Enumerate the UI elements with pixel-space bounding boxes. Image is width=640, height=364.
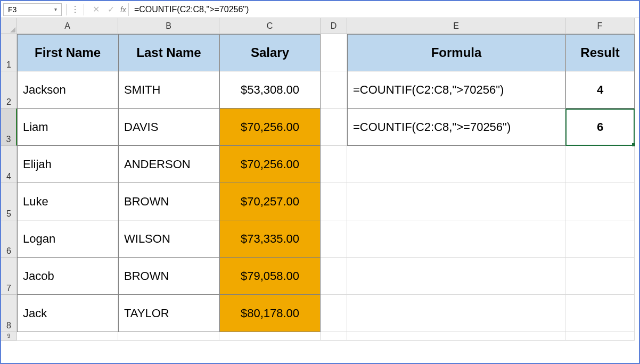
cell-F8[interactable] — [565, 295, 635, 332]
cell-F2[interactable]: 4 — [565, 71, 635, 109]
cell-B3[interactable]: DAVIS — [118, 109, 219, 146]
cell-E9[interactable] — [347, 332, 565, 341]
header-formula[interactable]: Formula — [347, 34, 565, 71]
col-header-F[interactable]: F — [565, 18, 635, 34]
cell-E7[interactable] — [347, 258, 565, 295]
row-header-2[interactable]: 2 — [1, 71, 17, 109]
col-header-C[interactable]: C — [219, 18, 321, 34]
cell-D7[interactable] — [321, 258, 347, 295]
select-all-corner[interactable] — [1, 18, 17, 34]
cell-B8[interactable]: TAYLOR — [118, 295, 219, 332]
header-salary[interactable]: Salary — [219, 34, 321, 71]
separator — [66, 4, 67, 15]
cell-F3[interactable]: 6 — [565, 109, 635, 146]
cell-A6[interactable]: Logan — [17, 220, 118, 258]
cell-B6[interactable]: WILSON — [118, 220, 219, 258]
cell-E4[interactable] — [347, 146, 565, 183]
cell-F7[interactable] — [565, 258, 635, 295]
cell-E6[interactable] — [347, 220, 565, 258]
cell-B2[interactable]: SMITH — [118, 71, 219, 109]
cell-C9[interactable] — [219, 332, 321, 341]
cell-D3[interactable] — [321, 109, 347, 146]
cell-F9[interactable] — [565, 332, 635, 341]
cell-C6[interactable]: $73,335.00 — [219, 220, 321, 258]
cell-D2[interactable] — [321, 71, 347, 109]
cell-C2[interactable]: $53,308.00 — [219, 71, 321, 109]
cell-E5[interactable] — [347, 183, 565, 220]
row-header-3[interactable]: 3 — [1, 109, 17, 146]
cell-A9[interactable] — [17, 332, 118, 341]
formula-input[interactable]: =COUNTIF(C2:C8,">=70256") — [128, 3, 637, 16]
col-header-E[interactable]: E — [347, 18, 565, 34]
cell-A8[interactable]: Jack — [17, 295, 118, 332]
cell-E3[interactable]: =COUNTIF(C2:C8,">=70256") — [347, 109, 565, 146]
cell-A2[interactable]: Jackson — [17, 71, 118, 109]
col-header-B[interactable]: B — [118, 18, 219, 34]
cell-C7[interactable]: $79,058.00 — [219, 258, 321, 295]
cell-D6[interactable] — [321, 220, 347, 258]
cell-C3[interactable]: $70,256.00 — [219, 109, 321, 146]
cell-E2[interactable]: =COUNTIF(C2:C8,">70256") — [347, 71, 565, 109]
header-last-name[interactable]: Last Name — [118, 34, 219, 71]
cell-C8[interactable]: $80,178.00 — [219, 295, 321, 332]
col-header-D[interactable]: D — [321, 18, 347, 34]
cell-D4[interactable] — [321, 146, 347, 183]
row-header-7[interactable]: 7 — [1, 258, 17, 295]
cell-E8[interactable] — [347, 295, 565, 332]
cell-B4[interactable]: ANDERSON — [118, 146, 219, 183]
cell-A3[interactable]: Liam — [17, 109, 118, 146]
row-header-5[interactable]: 5 — [1, 183, 17, 220]
cell-D1[interactable] — [321, 34, 347, 71]
cell-A4[interactable]: Elijah — [17, 146, 118, 183]
cell-A7[interactable]: Jacob — [17, 258, 118, 295]
confirm-icon[interactable]: ✓ — [103, 4, 118, 14]
formula-text: =COUNTIF(C2:C8,">=70256") — [134, 5, 249, 14]
cell-C5[interactable]: $70,257.00 — [219, 183, 321, 220]
spreadsheet-grid[interactable]: A B C D E F 1 First Name Last Name Salar… — [1, 18, 639, 341]
name-box-value: F3 — [8, 5, 17, 14]
cell-A5[interactable]: Luke — [17, 183, 118, 220]
header-first-name[interactable]: First Name — [17, 34, 118, 71]
row-header-9[interactable]: 9 — [1, 332, 17, 341]
row-header-4[interactable]: 4 — [1, 146, 17, 183]
name-box-dropdown-icon[interactable]: ▾ — [54, 6, 57, 12]
cell-B7[interactable]: BROWN — [118, 258, 219, 295]
row-header-1[interactable]: 1 — [1, 34, 17, 71]
cell-C4[interactable]: $70,256.00 — [219, 146, 321, 183]
cell-B9[interactable] — [118, 332, 219, 341]
header-result[interactable]: Result — [565, 34, 635, 71]
cell-F5[interactable] — [565, 183, 635, 220]
cell-D5[interactable] — [321, 183, 347, 220]
cell-F4[interactable] — [565, 146, 635, 183]
more-icon[interactable]: ⋮ — [71, 4, 79, 14]
row-header-8[interactable]: 8 — [1, 295, 17, 332]
name-box[interactable]: F3 ▾ — [3, 3, 62, 16]
cell-D8[interactable] — [321, 295, 347, 332]
formula-bar: F3 ▾ ⋮ ✕ ✓ fx =COUNTIF(C2:C8,">=70256") — [1, 1, 639, 18]
cell-B5[interactable]: BROWN — [118, 183, 219, 220]
col-header-A[interactable]: A — [17, 18, 118, 34]
cancel-icon[interactable]: ✕ — [88, 4, 103, 14]
fx-icon[interactable]: fx — [120, 5, 126, 14]
row-header-6[interactable]: 6 — [1, 220, 17, 258]
separator — [84, 4, 84, 15]
cell-F6[interactable] — [565, 220, 635, 258]
cell-D9[interactable] — [321, 332, 347, 341]
